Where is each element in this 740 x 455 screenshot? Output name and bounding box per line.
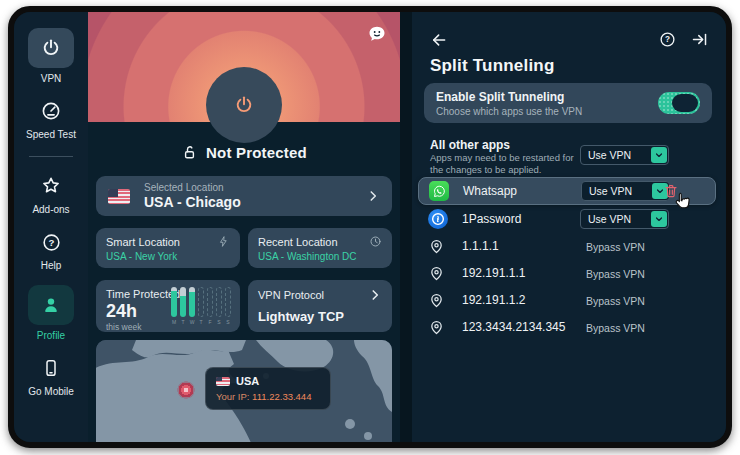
selected-location-label: Selected Location [144, 182, 241, 193]
vpn-mode-dropdown[interactable]: Use VPN [580, 145, 669, 165]
sidebar-item-vpn[interactable]: VPN [28, 28, 74, 84]
bypass-vpn-label: Bypass VPN [580, 241, 645, 253]
split-tunneling-panel: ? Split Tunneling Enable Split Tunneling… [412, 12, 726, 442]
bypass-vpn-label: Bypass VPN [580, 322, 645, 334]
day-bar [207, 287, 213, 317]
world-map: USA Your IP: 111.22.33.444 [96, 340, 392, 442]
split-tunneling-row: 123.3434.2134.345 Bypass VPN [418, 313, 716, 340]
tooltip-ip-label: Your IP: [216, 391, 249, 402]
svg-text:?: ? [665, 35, 670, 44]
sidebar-item-go-mobile[interactable]: Go Mobile [28, 355, 74, 397]
day-label: M [172, 319, 176, 325]
power-button[interactable] [206, 67, 282, 143]
whatsapp-icon [429, 181, 449, 201]
bypass-vpn-label: Bypass VPN [580, 295, 645, 307]
selected-location-value: USA - Chicago [144, 194, 241, 210]
day-label: T [199, 319, 202, 325]
enable-split-tunneling-toggle[interactable] [658, 92, 700, 114]
day-bar [198, 287, 204, 317]
enable-split-tunneling-card: Enable Split Tunneling Choose which apps… [424, 83, 712, 123]
chat-bubble-icon[interactable] [367, 24, 387, 44]
time-protected-card: Time Protected 24h this week MTWTFSS [96, 280, 240, 332]
sidebar-item-label: Go Mobile [28, 386, 74, 397]
row-app-name: 192.191.1.2 [462, 293, 525, 307]
all-other-apps-subtitle-1: Apps may need to be restarted for [430, 152, 574, 164]
split-tunneling-row: 192.191.1.2 Bypass VPN [418, 286, 716, 313]
day-label: F [208, 319, 211, 325]
vpn-mode-dropdown[interactable]: Use VPN [581, 181, 670, 201]
row-app-name: 1Password [462, 212, 521, 226]
chevron-right-icon [366, 189, 380, 203]
smart-location-label: Smart Location [106, 236, 180, 248]
smart-location-card[interactable]: Smart Location USA - New York [96, 228, 240, 268]
smart-location-value: USA - New York [106, 251, 230, 262]
svg-text:?: ? [48, 237, 54, 248]
page-title: Split Tunneling [430, 56, 555, 76]
back-arrow-icon[interactable] [430, 31, 448, 49]
row-app-name: 1.1.1.1 [462, 239, 499, 253]
sidebar-item-add-ons[interactable]: Add-ons [32, 173, 69, 215]
star-icon [40, 175, 62, 197]
vpn-mode-dropdown[interactable]: Use VPN [580, 209, 669, 229]
bolt-icon [217, 235, 230, 248]
vpn-mode-value: Use VPN [582, 185, 652, 197]
power-icon [41, 38, 61, 58]
tooltip-country: USA [236, 375, 259, 387]
help-circle-icon[interactable]: ? [659, 31, 676, 48]
recent-location-label: Recent Location [258, 236, 338, 248]
phone-icon [41, 358, 61, 378]
help-icon: ? [41, 232, 62, 253]
ip-tooltip: USA Your IP: 111.22.33.444 [205, 367, 331, 410]
day-bar [180, 287, 186, 317]
split-tunneling-row: 1.1.1.1 Bypass VPN [418, 232, 716, 259]
location-pin-icon [428, 318, 445, 335]
recent-location-card[interactable]: Recent Location USA - Washington DC [248, 228, 392, 268]
all-other-apps-subtitle-2: the changes to be applied. [430, 164, 574, 176]
sidebar-item-label: Speed Test [26, 129, 76, 140]
trash-icon[interactable] [663, 183, 679, 199]
day-label: W [190, 319, 195, 325]
chevron-down-icon [651, 147, 667, 163]
location-pin-icon [428, 264, 445, 281]
split-tunneling-row: 192.191.1.1 Bypass VPN [418, 259, 716, 286]
vpn-mode-value: Use VPN [581, 149, 651, 161]
row-app-name: 192.191.1.1 [462, 266, 525, 280]
collapse-right-icon[interactable] [691, 31, 708, 48]
sidebar-item-speed-test[interactable]: Speed Test [26, 98, 76, 140]
vpn-mode-value: Use VPN [581, 213, 651, 225]
map-location-pin [177, 381, 195, 399]
app-window: VPN Speed Test Add-ons ? Help Profile Go… [8, 6, 732, 448]
sidebar: VPN Speed Test Add-ons ? Help Profile Go… [14, 12, 88, 442]
status-label: Not Protected [206, 144, 307, 161]
vpn-dashboard: Not Protected Selected Location USA - Ch… [88, 12, 400, 442]
vpn-protocol-card[interactable]: VPN Protocol Lightway TCP [248, 280, 392, 332]
clock-icon [369, 235, 382, 248]
split-tunneling-row: Whatsapp Use VPN [418, 177, 716, 205]
app-list: Whatsapp Use VPN 1Password Use VPN 1.1.1… [418, 177, 716, 340]
sidebar-item-label: VPN [41, 73, 62, 84]
power-icon [234, 95, 254, 115]
day-label: T [181, 319, 184, 325]
chevron-right-icon [368, 288, 382, 302]
selected-location-card[interactable]: Selected Location USA - Chicago [96, 176, 392, 216]
speedometer-icon [40, 100, 62, 122]
connection-status: Not Protected [88, 144, 400, 161]
sidebar-item-profile[interactable]: Profile [28, 285, 74, 341]
location-pin-icon [428, 291, 445, 308]
lock-open-icon [181, 144, 198, 161]
day-bar [171, 287, 177, 317]
chevron-down-icon [651, 211, 667, 227]
all-other-apps-label: All other apps [430, 138, 510, 152]
recent-location-value: USA - Washington DC [258, 251, 382, 262]
tooltip-ip-value: 111.22.33.444 [252, 391, 311, 402]
row-app-name: Whatsapp [463, 184, 517, 198]
day-bar [216, 287, 222, 317]
vpn-protocol-value: Lightway TCP [258, 309, 344, 324]
sidebar-item-label: Help [41, 260, 62, 271]
onepassword-icon [428, 209, 448, 229]
sidebar-item-help[interactable]: ? Help [36, 229, 66, 271]
day-bar [225, 287, 231, 317]
location-pin-icon [428, 237, 445, 254]
vpn-protocol-label: VPN Protocol [258, 289, 324, 301]
sidebar-item-label: Profile [37, 330, 65, 341]
